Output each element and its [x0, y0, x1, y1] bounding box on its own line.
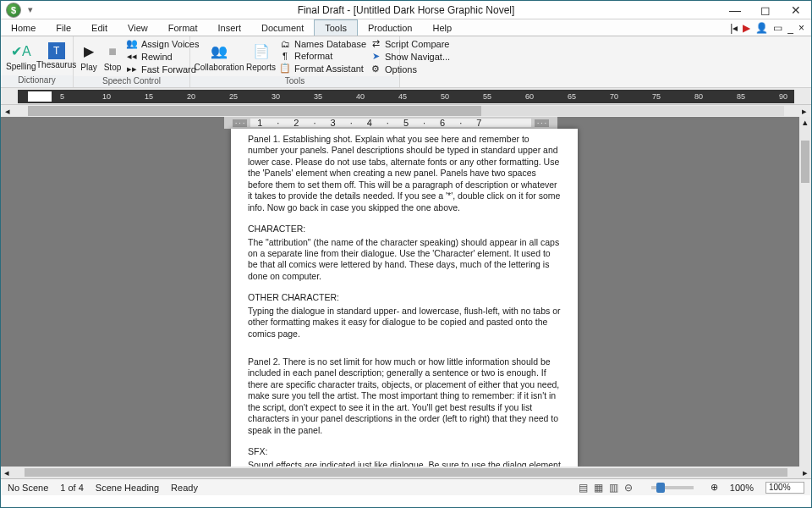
menu-document[interactable]: Document [251, 19, 314, 36]
sfx-text: Sound effects are indicated just like di… [248, 460, 561, 467]
zoom-slider[interactable] [651, 486, 694, 489]
zoom-value[interactable]: 100% [730, 483, 754, 493]
compare-icon: ⇄ [370, 38, 381, 49]
menu-edit[interactable]: Edit [81, 19, 118, 36]
menu-insert[interactable]: Insert [208, 19, 252, 36]
document-area: · · · 1·2·3·4·5·6·7 · · · ▶ Panel 1. Est… [1, 117, 811, 467]
group-label-tools: Tools [190, 76, 399, 87]
zoom-input[interactable] [765, 482, 804, 494]
reports-button[interactable]: 📄 Reports [246, 41, 276, 72]
menu-home[interactable]: Home [1, 19, 46, 36]
collab-icon: 👥 [209, 41, 229, 62]
view-normal-icon[interactable]: ▤ [577, 482, 590, 494]
gear-icon: ⚙ [370, 64, 381, 75]
thesaurus-icon: T [48, 42, 65, 59]
zoom-in-icon[interactable]: ⊕ [710, 482, 718, 493]
show-navigator-button[interactable]: ➤Show Navigat... [370, 51, 450, 62]
app-icon[interactable]: $ [6, 3, 21, 18]
top-ruler-row: 51015202530354045505560657075808590 [1, 88, 811, 105]
scroll-right-icon[interactable]: ▸ [799, 467, 811, 478]
reformat-icon: ¶ [279, 51, 291, 61]
spelling-icon: ✔A [11, 41, 31, 61]
status-element[interactable]: Scene Heading [96, 483, 159, 493]
minimize-button[interactable]: — [720, 3, 750, 17]
window-icon[interactable]: ▭ [773, 22, 782, 34]
panel-1-text: Panel 1. Establishing shot. Explain what… [248, 134, 561, 213]
stop-icon: ■ [102, 41, 123, 62]
group-tools: 👥 Collaboration 📄 Reports 🗂Names Databas… [190, 36, 400, 87]
status-state: Ready [171, 483, 198, 493]
collaboration-button[interactable]: 👥 Collaboration [195, 41, 243, 72]
menu-file[interactable]: File [46, 19, 81, 36]
thesaurus-button[interactable]: T Thesaurus [40, 42, 74, 69]
assign-voices-button[interactable]: 👥Assign Voices [126, 38, 199, 49]
menu-help[interactable]: Help [422, 19, 462, 36]
menu-format[interactable]: Format [158, 19, 208, 36]
flag-next-icon[interactable]: ▶ [743, 22, 750, 34]
overview-ruler[interactable]: 51015202530354045505560657075808590 [18, 90, 794, 103]
overview-scroll-row: ◂ ▸ [1, 105, 811, 117]
close-doc-icon[interactable]: × [798, 22, 804, 34]
format-assistant-button[interactable]: 📋Format Assistant [279, 63, 366, 74]
stop-button[interactable]: ■ Stop [102, 41, 123, 72]
other-character-text: Typing the dialogue in standard upper- a… [248, 306, 561, 340]
page[interactable]: ▶ Panel 1. Establishing shot. Explain wh… [231, 129, 578, 467]
qat-dropdown-icon[interactable]: ▾ [28, 4, 33, 15]
play-icon: ▶ [79, 41, 99, 62]
toolbar-right-icons: |◂ ▶ 👤 ▭ _ × [730, 19, 811, 36]
ff-icon: ▸▸ [126, 64, 138, 75]
spelling-button[interactable]: ✔A Spelling [6, 41, 36, 71]
status-scene[interactable]: No Scene [8, 483, 48, 493]
character-heading: CHARACTER: [248, 224, 561, 235]
voices-icon: 👥 [126, 38, 138, 49]
window-title: Final Draft - [Untitled Dark Horse Graph… [1, 4, 811, 16]
panel-2-text: Panel 2. There is no set limit for how m… [248, 356, 561, 436]
reformat-button[interactable]: ¶Reformat [279, 51, 366, 61]
title-bar: $ ▾ Final Draft - [Untitled Dark Horse G… [1, 1, 811, 19]
overview-scrollbar[interactable] [28, 106, 784, 116]
fast-forward-button[interactable]: ▸▸Fast Forward [126, 64, 199, 75]
fa-icon: 📋 [279, 63, 291, 74]
scroll-up-icon[interactable]: ▴ [799, 117, 811, 128]
scroll-right-icon[interactable]: ▸ [798, 106, 811, 117]
group-speech: ▶ Play ■ Stop 👥Assign Voices ◂◂Rewind ▸▸… [74, 36, 190, 87]
minimize-ribbon-icon[interactable]: _ [787, 22, 793, 34]
flag-prev-icon[interactable]: |◂ [730, 22, 738, 34]
horizontal-scrollbar[interactable]: ◂ ▸ [1, 467, 811, 478]
page-ruler[interactable]: · · · 1·2·3·4·5·6·7 · · · [224, 117, 557, 129]
menu-view[interactable]: View [118, 19, 158, 36]
view-mode-icons: ▤ ▦ ▥ ⊖ [577, 482, 634, 494]
vertical-scrollbar[interactable]: ▴ [799, 117, 811, 467]
group-label-dictionary: Dictionary [1, 75, 73, 87]
maximize-button[interactable]: ◻ [750, 3, 781, 17]
user-icon[interactable]: 👤 [755, 22, 768, 34]
play-button[interactable]: ▶ Play [79, 41, 99, 72]
zoom-out-icon[interactable]: ⊖ [623, 482, 634, 494]
names-db-button[interactable]: 🗂Names Database [279, 39, 366, 49]
menu-tools[interactable]: Tools [314, 19, 358, 36]
rewind-button[interactable]: ◂◂Rewind [126, 51, 199, 62]
scroll-left-icon[interactable]: ◂ [1, 467, 13, 478]
character-text: The "attribution" (the name of the chara… [248, 237, 561, 283]
view-cards-icon[interactable]: ▥ [607, 482, 620, 494]
group-label-speech: Speech Control [74, 76, 189, 87]
sfx-heading: SFX: [248, 446, 561, 457]
status-page[interactable]: 1 of 4 [60, 483, 84, 493]
scroll-left-icon[interactable]: ◂ [1, 106, 14, 117]
ribbon: ✔A Spelling T Thesaurus Dictionary ▶ Pla… [1, 36, 811, 88]
options-button[interactable]: ⚙Options [370, 64, 450, 75]
view-page-icon[interactable]: ▦ [592, 482, 605, 494]
script-compare-button[interactable]: ⇄Script Compare [370, 38, 450, 49]
menu-production[interactable]: Production [358, 19, 423, 36]
reports-icon: 📄 [251, 41, 272, 62]
rewind-icon: ◂◂ [126, 51, 138, 62]
status-bar: No Scene 1 of 4 Scene Heading Ready ▤ ▦ … [1, 478, 811, 495]
close-button[interactable]: ✕ [781, 3, 811, 17]
group-dictionary: ✔A Spelling T Thesaurus Dictionary [1, 36, 74, 87]
other-character-heading: OTHER CHARACTER: [248, 292, 561, 303]
nav-icon: ➤ [370, 51, 381, 62]
names-icon: 🗂 [279, 39, 291, 49]
menu-bar: Home File Edit View Format Insert Docume… [1, 19, 811, 36]
